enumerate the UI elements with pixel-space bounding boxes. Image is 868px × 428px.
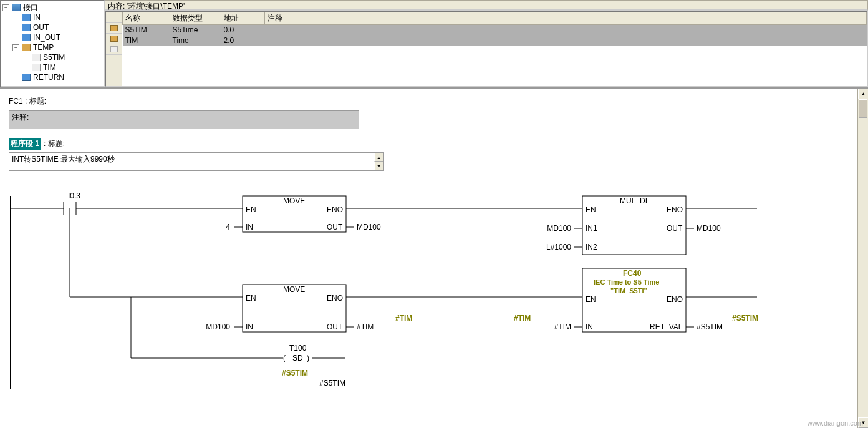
watermark: www.diangon.com: [808, 419, 863, 427]
table-row[interactable]: TIM Time 2.0: [123, 36, 867, 46]
table-row[interactable]: S5TIM S5Time 0.0: [123, 25, 867, 36]
svg-text:(: (: [283, 354, 286, 362]
var-icon: [32, 64, 41, 71]
scroll-up-icon[interactable]: ▲: [374, 153, 383, 162]
tree-label: TIM: [42, 63, 56, 72]
temp-icon: [22, 44, 31, 51]
var-row-icon[interactable]: [106, 23, 122, 34]
svg-text:IN: IN: [246, 223, 253, 231]
scroll-down-icon[interactable]: ▼: [374, 162, 383, 170]
svg-text:IN2: IN2: [586, 243, 597, 251]
svg-text:#TIM: #TIM: [395, 314, 412, 323]
tree-item-tim[interactable]: TIM: [2, 62, 102, 72]
table-panel: 内容: '环境\接口\TEMP' 名称 数据类型 地址 注释: [105, 0, 868, 87]
param-inout-icon: [22, 34, 31, 41]
svg-text:MD100: MD100: [697, 224, 721, 233]
var-icon: [32, 54, 41, 61]
tree-panel: − 接口 IN OUT IN_OUT − TEM: [0, 0, 105, 87]
table-row-empty[interactable]: [123, 46, 867, 57]
cell-comment[interactable]: [265, 25, 867, 36]
tree-label: IN: [32, 13, 41, 22]
svg-text:IN: IN: [246, 323, 253, 331]
col-name[interactable]: 名称: [123, 12, 170, 25]
param-out-icon: [22, 24, 31, 31]
svg-text:IN1: IN1: [586, 224, 597, 233]
svg-text:MOVE: MOVE: [283, 197, 305, 205]
svg-text:OUT: OUT: [327, 323, 343, 331]
svg-text:#S5TIM: #S5TIM: [697, 323, 723, 331]
tree-item-s5tim[interactable]: S5TIM: [2, 52, 102, 62]
top-section: − 接口 IN OUT IN_OUT − TEM: [0, 0, 868, 89]
variable-table: 名称 数据类型 地址 注释 S5TIM S5Time 0.0: [122, 12, 867, 86]
svg-text:ENO: ENO: [667, 295, 683, 304]
scroll-up-icon[interactable]: ▲: [858, 89, 868, 99]
svg-text:ENO: ENO: [327, 294, 343, 303]
segment-header: 程序段 1 : 标题:: [9, 138, 859, 150]
svg-text:MD100: MD100: [357, 223, 381, 231]
tree-root[interactable]: − 接口: [2, 2, 102, 12]
row-icons-column: [106, 12, 122, 86]
col-comment[interactable]: 注释: [265, 12, 867, 25]
svg-text:#TIM: #TIM: [514, 314, 531, 323]
segment-comment-text[interactable]: INT转S5TIME 最大输入9990秒: [9, 153, 374, 170]
svg-text:EN: EN: [246, 294, 256, 303]
tree-item-in[interactable]: IN: [2, 12, 102, 22]
cell-name[interactable]: TIM: [123, 36, 170, 46]
var-row-icon-empty[interactable]: [106, 44, 122, 55]
fc-comment-box[interactable]: 注释:: [9, 110, 359, 129]
svg-text:IEC Time to S5 Time: IEC Time to S5 Time: [594, 278, 659, 286]
svg-text:#S5TIM: #S5TIM: [282, 369, 308, 377]
svg-text:#S5TIM: #S5TIM: [732, 314, 758, 323]
svg-text:IN: IN: [586, 323, 593, 331]
segment-title-label: : 标题:: [44, 139, 65, 149]
svg-text:RET_VAL: RET_VAL: [650, 323, 683, 331]
ladder-diagram[interactable]: I0.3 MOVE EN ENO IN OUT 4 MD100: [9, 183, 859, 408]
contact-label: I0.3: [68, 192, 80, 200]
svg-text:FC40: FC40: [623, 269, 642, 278]
svg-text:OUT: OUT: [667, 224, 683, 233]
cell-type[interactable]: S5Time: [170, 25, 221, 36]
var-row-icon[interactable]: [106, 34, 122, 44]
collapse-icon[interactable]: −: [12, 44, 19, 51]
svg-text:T100: T100: [289, 344, 307, 353]
collapse-icon[interactable]: −: [2, 4, 9, 11]
interface-icon: [12, 4, 21, 11]
col-type[interactable]: 数据类型: [170, 12, 221, 25]
col-addr[interactable]: 地址: [221, 12, 265, 25]
cell-type[interactable]: Time: [170, 36, 221, 46]
svg-text:SD: SD: [292, 354, 303, 362]
svg-text:"TIM_S5TI": "TIM_S5TI": [610, 287, 647, 294]
tree-item-return[interactable]: RETURN: [2, 72, 102, 82]
fc-title: FC1 : 标题:: [9, 96, 859, 107]
tree-label: OUT: [32, 23, 49, 32]
scroll-thumb[interactable]: [859, 99, 867, 118]
comment-scrollbar[interactable]: ▲ ▼: [374, 153, 383, 170]
breadcrumb: 内容: '环境\接口\TEMP': [105, 0, 868, 11]
segment-comment-box[interactable]: INT转S5TIME 最大输入9990秒 ▲ ▼: [9, 152, 384, 171]
svg-text:MD100: MD100: [206, 323, 230, 331]
svg-text:OUT: OUT: [327, 223, 343, 231]
segment-badge[interactable]: 程序段 1: [9, 138, 41, 150]
param-in-icon: [22, 14, 31, 21]
main-section: ▲ ▼ FC1 : 标题: 注释: 程序段 1 : 标题: INT转S5TIME…: [0, 89, 868, 428]
svg-text:): ): [307, 354, 309, 362]
tree-item-out[interactable]: OUT: [2, 22, 102, 32]
svg-text:#TIM: #TIM: [554, 323, 571, 331]
cell-addr[interactable]: 2.0: [221, 36, 265, 46]
cell-addr[interactable]: 0.0: [221, 25, 265, 36]
tree-item-inout[interactable]: IN_OUT: [2, 32, 102, 42]
svg-text:#S5TIM: #S5TIM: [319, 379, 345, 387]
tree-label: IN_OUT: [32, 33, 60, 42]
return-icon: [22, 74, 31, 81]
svg-text:MD100: MD100: [547, 224, 571, 233]
cell-comment[interactable]: [265, 36, 867, 46]
svg-text:EN: EN: [586, 295, 596, 304]
tree-item-temp[interactable]: − TEMP: [2, 42, 102, 52]
tree-root-label: 接口: [22, 2, 38, 13]
svg-text:ENO: ENO: [667, 205, 683, 214]
tree-label: RETURN: [32, 73, 64, 82]
svg-text:MOVE: MOVE: [283, 285, 305, 294]
tree-label: TEMP: [32, 43, 54, 52]
svg-text:EN: EN: [586, 205, 596, 214]
cell-name[interactable]: S5TIM: [123, 25, 170, 36]
